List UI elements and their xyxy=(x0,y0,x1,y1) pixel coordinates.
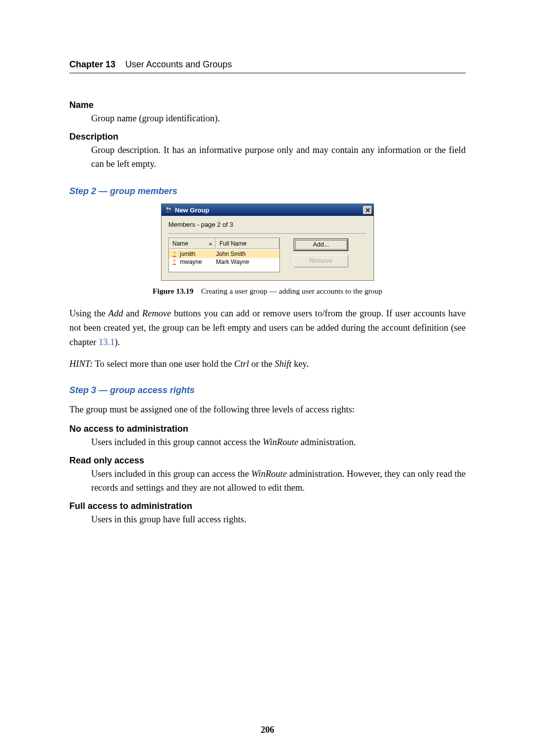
page-number: 206 xyxy=(0,725,535,735)
add-button[interactable]: Add... xyxy=(294,239,348,251)
col-header-name[interactable]: Name xyxy=(169,238,216,249)
svg-point-1 xyxy=(169,208,171,210)
svg-point-0 xyxy=(166,207,169,210)
def-name: Group name (group identification). xyxy=(91,111,466,126)
step2-paragraph-hint: HINT: To select more than one user hold … xyxy=(69,357,466,371)
svg-point-2 xyxy=(173,252,175,254)
col-header-fullname[interactable]: Full Name xyxy=(216,238,279,249)
list-item[interactable]: jsmith John Smith xyxy=(169,250,279,258)
chapter-header: Chapter 13 User Accounts and Groups xyxy=(69,59,466,73)
term-description: Description xyxy=(69,132,466,142)
members-listview[interactable]: Name Full Name xyxy=(168,238,280,272)
remove-button[interactable]: Remove xyxy=(294,255,348,267)
chapter-label: Chapter 13 xyxy=(69,59,115,69)
user-icon xyxy=(171,258,178,265)
def-full-access: Users in this group have full access rig… xyxy=(91,512,466,527)
step2-heading: Step 2 — group members xyxy=(69,186,466,197)
group-icon xyxy=(164,206,172,214)
chapter-title: User Accounts and Groups xyxy=(125,59,232,69)
svg-point-3 xyxy=(173,259,175,262)
cell-fullname: Mark Wayne xyxy=(216,258,277,265)
cell-username: jsmith xyxy=(180,251,195,257)
term-read-only: Read only access xyxy=(69,455,466,466)
figure-caption: Figure 13.19 Creating a user group — add… xyxy=(69,287,466,296)
step3-intro: The group must be assigned one of the fo… xyxy=(69,403,466,417)
dialog-titlebar[interactable]: New Group xyxy=(161,204,374,216)
def-description: Group description. It has an informative… xyxy=(91,143,466,171)
close-button[interactable] xyxy=(363,206,372,214)
term-no-access: No access to administration xyxy=(69,424,466,434)
dialog-new-group: New Group Members - page 2 of 3 Name xyxy=(161,203,374,281)
sort-asc-icon xyxy=(209,242,213,245)
dialog-title: New Group xyxy=(175,206,363,214)
cell-fullname: John Smith xyxy=(216,251,277,257)
step3-heading: Step 3 — group access rights xyxy=(69,385,466,396)
cell-username: mwayne xyxy=(180,258,202,265)
listview-header: Name Full Name xyxy=(169,238,279,249)
def-no-access: Users included in this group cannot acce… xyxy=(91,435,466,450)
step2-paragraph-1: Using the Add and Remove buttons you can… xyxy=(69,306,466,350)
list-item[interactable]: mwayne Mark Wayne xyxy=(169,258,279,266)
dialog-subtitle: Members - page 2 of 3 xyxy=(168,220,367,234)
term-name: Name xyxy=(69,100,466,110)
figure-wrapper: New Group Members - page 2 of 3 Name xyxy=(69,203,466,281)
term-full-access: Full access to administration xyxy=(69,501,466,511)
user-icon xyxy=(171,251,178,257)
def-read-only: Users included in this group can access … xyxy=(91,467,466,495)
chapter-link[interactable]: 13.1 xyxy=(99,337,114,347)
